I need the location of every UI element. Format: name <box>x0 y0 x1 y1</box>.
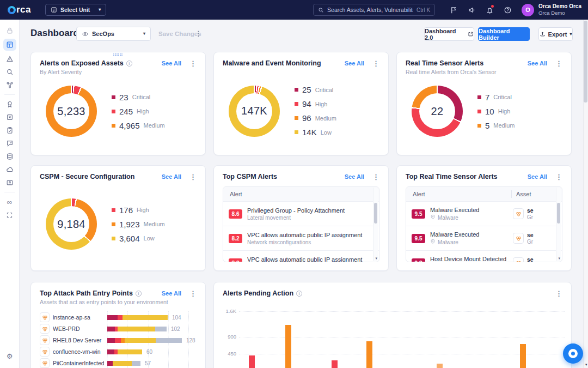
help-icon[interactable] <box>501 3 514 16</box>
global-search[interactable]: Ctrl K <box>313 4 435 16</box>
info-icon[interactable]: i <box>136 291 142 297</box>
exposed-assets-donut-chart[interactable]: 5,233 <box>46 86 97 137</box>
entry-point-name[interactable]: instance-ap-sa <box>53 314 104 321</box>
sidebar-item-search[interactable] <box>4 67 16 77</box>
settings-gear-icon[interactable]: ⚙ <box>4 351 16 361</box>
legend-label: High <box>315 101 328 107</box>
lock-icon[interactable] <box>4 26 16 35</box>
stacked-bar[interactable] <box>107 349 142 354</box>
stacked-bar[interactable] <box>107 338 182 343</box>
entry-point-count: 128 <box>186 337 195 343</box>
table-row[interactable]: 8.6Privileged Group - Policy AttachmentL… <box>223 202 379 226</box>
table-row[interactable]: 9.5Malware ExecutedMalwareseGr <box>406 202 562 226</box>
see-all-link[interactable]: See All <box>345 60 364 67</box>
sidebar-item-remediation[interactable] <box>4 138 16 148</box>
sidebar-item-shiftleft[interactable]: ∞ <box>4 197 16 207</box>
chart-bar[interactable] <box>366 341 372 368</box>
cspm-donut-chart[interactable]: 9,184 <box>46 198 97 250</box>
info-icon[interactable]: i <box>126 61 132 67</box>
card-drag-handle[interactable] <box>113 53 123 57</box>
dashboard-builder-button[interactable]: Dashboard Builder <box>478 27 530 41</box>
page-scrollbar[interactable]: ▾ <box>583 20 588 368</box>
card-kebab-menu[interactable]: ⋮ <box>555 173 562 180</box>
table-scrollbar[interactable]: ▾ <box>556 188 561 261</box>
dashboard-view-select[interactable]: SecOps ▾ <box>76 27 151 41</box>
sidebar-item-cloud[interactable] <box>4 165 16 174</box>
entry-point-count: 102 <box>171 326 180 332</box>
header-kebab-menu[interactable]: ⋮ <box>195 30 202 37</box>
card-kebab-menu[interactable]: ⋮ <box>189 60 197 67</box>
alert-cell: VPC allows automatic public IP assignmen… <box>247 232 373 245</box>
announcement-icon[interactable] <box>465 3 478 16</box>
card-kebab-menu[interactable]: ⋮ <box>372 60 379 67</box>
sidebar-item-dashboard[interactable] <box>3 39 16 51</box>
see-all-link[interactable]: See All <box>162 290 181 297</box>
sidebar-item-data[interactable] <box>4 152 16 161</box>
dashboard-20-button[interactable]: Dashboard 2.0 <box>424 27 474 41</box>
asset-cell[interactable]: seGr <box>513 232 556 245</box>
asset-cell[interactable]: seGr <box>513 256 556 262</box>
table-row[interactable]: 8.2VPC allows automatic public IP assign… <box>223 251 379 262</box>
orca-logo[interactable]: rca <box>8 4 31 15</box>
flag-icon[interactable] <box>447 3 460 16</box>
orca-assistant-button[interactable] <box>563 343 583 364</box>
entry-point-name[interactable]: RHEL8 Dev Server <box>53 337 104 343</box>
sensor-donut-chart[interactable]: 22 <box>412 86 463 137</box>
card-kebab-menu[interactable]: ⋮ <box>555 60 562 67</box>
see-all-link[interactable]: See All <box>345 173 364 180</box>
pending-action-bar-chart[interactable]: 4509001.6K <box>222 310 565 368</box>
export-button[interactable]: Export ▾ <box>538 27 573 41</box>
sidebar-item-compliance[interactable] <box>4 99 16 109</box>
bar-segment <box>122 315 168 320</box>
table-row[interactable]: 8.2VPC allows automatic public IP assign… <box>223 226 379 251</box>
stacked-bar[interactable] <box>107 315 168 320</box>
orca-logo-icon <box>8 6 16 14</box>
sidebar-item-tasks[interactable] <box>4 125 16 135</box>
asset-cell[interactable]: seGr <box>513 207 556 220</box>
sidebar: ∞ ⚙ <box>0 20 20 368</box>
scroll-down-arrow-icon[interactable]: ▾ <box>585 363 587 367</box>
legend-item: 7Critical <box>477 93 514 102</box>
see-all-link[interactable]: See All <box>162 173 181 180</box>
card-kebab-menu[interactable]: ⋮ <box>189 173 197 180</box>
notifications-bell-icon[interactable] <box>483 3 496 16</box>
see-all-link[interactable]: See All <box>528 60 547 67</box>
see-all-link[interactable]: See All <box>162 60 181 67</box>
sidebar-item-assets[interactable] <box>4 178 16 188</box>
user-avatar[interactable]: O <box>522 4 534 16</box>
asset-icon <box>513 208 524 219</box>
category-shield-icon <box>430 214 436 221</box>
table-row[interactable]: 9.3Host Device Mount DetectedSuspicious … <box>406 251 562 262</box>
orca-swirl-icon <box>568 349 578 358</box>
sidebar-item-expand[interactable] <box>4 210 16 220</box>
chart-bar[interactable] <box>437 364 443 368</box>
card-title: Top Attack Path Entry Points <box>40 289 133 297</box>
user-menu[interactable]: Orca Demo Orca Orca Demo <box>538 3 581 16</box>
page-scrollbar-thumb[interactable] <box>584 21 587 102</box>
entry-point-name[interactable]: confluence-vm-win <box>53 348 104 355</box>
chart-bar[interactable] <box>285 325 291 368</box>
info-icon[interactable]: i <box>296 291 302 297</box>
export-icon <box>540 31 546 37</box>
table-scrollbar[interactable]: ▾ <box>373 188 378 261</box>
sidebar-item-alerts[interactable] <box>4 54 16 64</box>
card-kebab-menu[interactable]: ⋮ <box>372 173 379 180</box>
malware-donut-chart[interactable]: 147K <box>229 86 280 137</box>
select-unit-button[interactable]: Select Unit ▾ <box>45 4 106 16</box>
stacked-bar[interactable] <box>107 361 140 366</box>
see-all-link[interactable]: See All <box>528 173 547 180</box>
search-input[interactable] <box>327 7 413 13</box>
sidebar-item-inventory[interactable] <box>4 112 16 122</box>
chart-bar[interactable] <box>249 355 255 368</box>
sidebar-item-attack-graph[interactable] <box>4 80 16 90</box>
chart-bar[interactable] <box>520 344 526 368</box>
card-kebab-menu[interactable]: ⋮ <box>555 290 562 297</box>
donut-legend: 7Critical10High5Medium <box>477 93 514 130</box>
entry-point-name[interactable]: PiiContainerInfectedI... <box>53 360 104 366</box>
asset-icon <box>513 257 524 262</box>
card-kebab-menu[interactable]: ⋮ <box>189 290 197 297</box>
entry-point-name[interactable]: WEB-PRD <box>53 325 104 332</box>
chart-bar[interactable] <box>332 360 338 368</box>
table-row[interactable]: 9.5Malware ExecutedMalwareseGr <box>406 226 562 251</box>
stacked-bar[interactable] <box>107 327 167 331</box>
